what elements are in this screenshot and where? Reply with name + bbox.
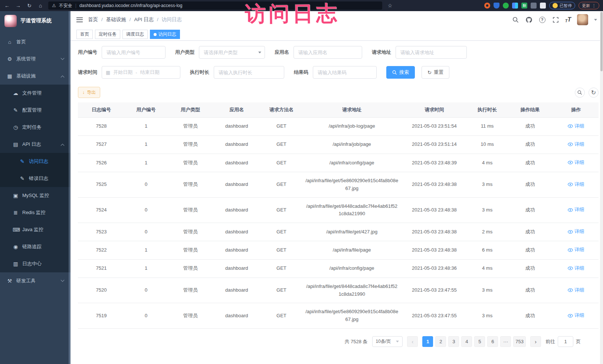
user-type-select[interactable] xyxy=(199,46,265,59)
breadcrumb-api-log[interactable]: API 日志 xyxy=(130,16,154,23)
browser-back-icon[interactable]: ← xyxy=(4,3,10,9)
extension-icon[interactable] xyxy=(531,3,537,9)
page-scrollbar[interactable] xyxy=(600,11,603,364)
result-code-label: 结果码 xyxy=(294,69,308,76)
sidebar-item-java[interactable]: ⌨Java 监控 xyxy=(0,221,71,238)
sidebar-item-infra[interactable]: ▦基础设施 xyxy=(0,68,71,85)
range-separator: - xyxy=(135,70,137,75)
detail-link[interactable]: 详细 xyxy=(568,206,584,214)
page-button[interactable]: 2 xyxy=(435,336,446,347)
browser-forward-icon[interactable]: → xyxy=(15,3,22,9)
refresh-icon: ↻ xyxy=(427,70,432,75)
export-button[interactable]: ↓ 导出 xyxy=(78,87,100,98)
profile-avatar xyxy=(553,3,558,8)
sidebar-item-api-log[interactable]: ▤API 日志 xyxy=(0,136,71,153)
help-icon[interactable]: ? xyxy=(538,16,546,23)
puzzle-extensions-icon[interactable] xyxy=(540,3,546,9)
app-cell: dashboard xyxy=(213,278,260,303)
result-code-input[interactable] xyxy=(313,66,377,79)
toggle-search-button[interactable] xyxy=(575,88,585,98)
sidebar-item-log-center[interactable]: ▥日志中心 xyxy=(0,255,71,272)
sidebar-item-redis[interactable]: ≣Redis 监控 xyxy=(0,204,71,221)
security-label[interactable]: 不安全 xyxy=(59,3,72,9)
translate-extension-icon[interactable]: 翻 xyxy=(521,3,527,9)
duration-input[interactable] xyxy=(214,66,284,79)
page-button[interactable]: ··· xyxy=(500,336,511,347)
page-size-select[interactable]: 10条/页 xyxy=(372,336,403,347)
scrollbar-thumb[interactable] xyxy=(600,12,603,71)
tag-item[interactable]: 定时任务 × xyxy=(95,30,120,39)
sidebar-item-job[interactable]: ◷定时任务 xyxy=(0,119,71,136)
sidebar-item-config[interactable]: ✎配置管理 xyxy=(0,102,71,119)
page-button[interactable]: 753 xyxy=(513,336,526,347)
more-icon[interactable]: ⋮ xyxy=(592,3,596,8)
warning-icon: ⚠ xyxy=(52,3,56,8)
user-avatar[interactable] xyxy=(577,14,588,25)
shield-extension-icon[interactable] xyxy=(494,3,499,9)
page-button[interactable]: 5 xyxy=(474,336,485,347)
app-logo[interactable]: 芋道管理系统 xyxy=(0,11,71,30)
extension-icon[interactable] xyxy=(512,3,518,9)
sidebar-item-mysql[interactable]: ▣MySQL 监控 xyxy=(0,187,71,204)
sidebar-item-dev-tools[interactable]: ⚒研发工具 xyxy=(0,272,71,289)
browser-reload-icon[interactable]: ↻ xyxy=(26,3,33,9)
page-button[interactable]: 6 xyxy=(487,336,498,347)
detail-link[interactable]: 详细 xyxy=(568,265,584,272)
user-type-cell: 管理员 xyxy=(167,154,213,172)
user-type-cell: 管理员 xyxy=(167,303,213,329)
user-id-cell: 0 xyxy=(125,278,167,303)
detail-link[interactable]: 详细 xyxy=(568,141,584,148)
detail-link[interactable]: 详细 xyxy=(568,122,584,130)
check-extension-icon[interactable] xyxy=(503,3,509,9)
detail-link[interactable]: 详细 xyxy=(568,312,584,319)
caret-down-icon[interactable] xyxy=(594,19,597,21)
detail-link[interactable]: 详细 xyxy=(568,159,584,167)
duration-cell: 3 ms xyxy=(468,172,507,198)
tag-item[interactable]: 调度日志 × xyxy=(122,30,148,39)
request-url-input[interactable] xyxy=(396,46,467,59)
page-button[interactable]: 4 xyxy=(461,336,472,347)
refresh-table-button[interactable]: ↻ xyxy=(589,88,599,98)
start-date-placeholder[interactable]: 开始日期 xyxy=(113,69,132,76)
hamburger-icon[interactable] xyxy=(76,17,83,22)
jump-page-input[interactable] xyxy=(558,336,573,347)
date-range-picker[interactable]: ▦ 开始日期 - 结束日期 xyxy=(102,66,180,79)
github-icon[interactable] xyxy=(525,16,532,23)
end-date-placeholder[interactable]: 结束日期 xyxy=(140,69,160,76)
tag-item[interactable]: 首页 × xyxy=(76,30,93,39)
breadcrumb-infra[interactable]: 基础设施 xyxy=(101,16,126,23)
action-cell: 详细 xyxy=(553,241,599,259)
search-button[interactable]: 搜索 xyxy=(386,66,415,79)
sidebar-item-access-log[interactable]: ✎访问日志 xyxy=(0,153,71,170)
page-button[interactable]: 1 xyxy=(422,336,433,347)
sidebar-item-home[interactable]: ⌂首页 xyxy=(0,33,71,50)
search-icon[interactable] xyxy=(512,16,519,23)
sidebar-item-file[interactable]: ☁文件管理 xyxy=(0,85,71,102)
breadcrumb-home[interactable]: 首页 xyxy=(88,16,98,23)
url-text[interactable]: dashboard.yudao.iocoder.cn/infra/log/api… xyxy=(79,3,183,8)
extension-icon[interactable] xyxy=(484,3,490,9)
page-button[interactable]: 3 xyxy=(448,336,459,347)
tag-item[interactable]: 访问日志 × xyxy=(150,30,180,39)
user-id-input[interactable] xyxy=(102,46,166,59)
browser-home-icon[interactable]: ⌂ xyxy=(37,3,44,9)
edit-square-icon: ✎ xyxy=(19,158,25,164)
sidebar-item-system[interactable]: ⚙系统管理 xyxy=(0,50,71,68)
app-name-input[interactable] xyxy=(294,46,362,59)
profile-paused-badge[interactable]: 已暂停 xyxy=(549,2,575,9)
sidebar-item-trace[interactable]: ◉链路追踪 xyxy=(0,238,71,255)
sidebar-scrollbar[interactable] xyxy=(69,11,71,364)
detail-link[interactable]: 详细 xyxy=(568,228,584,236)
table-row: 7521 1 管理员 dashboard GET /api/infra/conf… xyxy=(78,259,599,278)
update-button[interactable]: 更新⋮ xyxy=(579,2,599,9)
reset-button[interactable]: ↻ 重置 xyxy=(422,66,449,79)
next-page-button[interactable]: › xyxy=(530,336,541,347)
fullscreen-icon[interactable] xyxy=(552,16,559,23)
font-size-icon[interactable]: TT xyxy=(565,16,571,23)
detail-link[interactable]: 详细 xyxy=(568,286,584,294)
detail-link[interactable]: 详细 xyxy=(568,181,584,188)
detail-link[interactable]: 详细 xyxy=(568,246,584,254)
sidebar-item-error-log[interactable]: ✎错误日志 xyxy=(0,170,71,187)
bookmark-star-icon[interactable]: ☆ xyxy=(387,3,393,9)
prev-page-button[interactable]: ‹ xyxy=(407,336,418,347)
